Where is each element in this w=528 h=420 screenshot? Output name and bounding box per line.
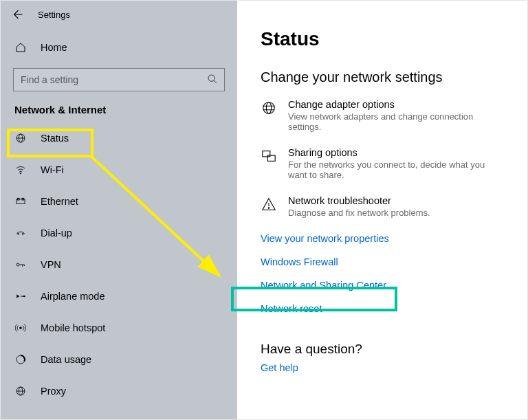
home-nav[interactable]: Home bbox=[1, 34, 237, 61]
option-desc: For the networks you connect to, decide … bbox=[288, 159, 504, 180]
page-title: Status bbox=[261, 28, 504, 50]
nav-label: VPN bbox=[41, 259, 61, 270]
svg-point-8 bbox=[22, 233, 23, 234]
home-label: Home bbox=[41, 42, 67, 53]
option-desc: Diagnose and fix network problems. bbox=[288, 208, 430, 218]
search-container bbox=[1, 68, 237, 91]
svg-rect-17 bbox=[267, 155, 275, 161]
nav-label: Data usage bbox=[41, 354, 91, 365]
nav-label: Proxy bbox=[41, 386, 66, 397]
nav-item-ethernet[interactable]: Ethernet bbox=[1, 186, 237, 217]
option-title: Change adapter options bbox=[288, 99, 504, 110]
main-content: Status Change your network settings Chan… bbox=[237, 1, 527, 419]
link-get-help[interactable]: Get help bbox=[261, 362, 298, 373]
nav-item-dialup[interactable]: Dial-up bbox=[1, 217, 237, 249]
option-adapter[interactable]: Change adapter options View network adap… bbox=[261, 99, 504, 132]
link-network-sharing-center[interactable]: Network and Sharing Center bbox=[261, 280, 386, 291]
svg-point-7 bbox=[18, 233, 19, 234]
search-input[interactable] bbox=[13, 68, 225, 91]
ethernet-icon bbox=[14, 196, 27, 207]
svg-point-14 bbox=[263, 102, 275, 114]
nav-label: Ethernet bbox=[41, 196, 78, 207]
option-sharing[interactable]: Sharing options For the networks you con… bbox=[261, 147, 504, 180]
datausage-icon bbox=[14, 354, 27, 365]
option-desc: View network adapters and change connect… bbox=[288, 111, 504, 132]
svg-point-15 bbox=[266, 102, 271, 114]
question-heading: Have a question? bbox=[261, 342, 504, 357]
hotspot-icon bbox=[14, 322, 27, 333]
arrow-left-icon bbox=[11, 8, 23, 21]
svg-rect-16 bbox=[263, 151, 270, 157]
svg-point-10 bbox=[20, 327, 22, 329]
link-windows-firewall[interactable]: Windows Firewall bbox=[261, 256, 338, 267]
nav-item-wifi[interactable]: Wi-Fi bbox=[1, 154, 237, 186]
nav-item-vpn[interactable]: VPN bbox=[1, 249, 237, 280]
option-title: Sharing options bbox=[288, 147, 504, 158]
nav-label: Mobile hotspot bbox=[41, 322, 105, 333]
search-icon bbox=[207, 74, 218, 85]
nav-label: Airplane mode bbox=[41, 291, 105, 302]
nav-item-hotspot[interactable]: Mobile hotspot bbox=[1, 312, 237, 344]
proxy-icon bbox=[14, 386, 27, 397]
airplane-icon bbox=[14, 291, 27, 302]
globe-icon bbox=[261, 100, 277, 117]
home-icon bbox=[14, 42, 27, 53]
svg-point-18 bbox=[268, 208, 269, 208]
nav-list: Status Wi-Fi Ethernet Dial-up bbox=[1, 122, 237, 407]
sharing-icon bbox=[261, 148, 277, 165]
option-troubleshooter[interactable]: Network troubleshooter Diagnose and fix … bbox=[261, 195, 504, 218]
section-header: Network & Internet bbox=[1, 91, 237, 122]
svg-point-3 bbox=[20, 173, 21, 174]
nav-item-airplane[interactable]: Airplane mode bbox=[1, 280, 237, 312]
warning-icon bbox=[261, 197, 277, 213]
nav-label: Status bbox=[41, 133, 69, 144]
link-network-properties[interactable]: View your network properties bbox=[261, 233, 389, 244]
subheading: Change your network settings bbox=[261, 69, 504, 85]
link-network-reset[interactable]: Network reset bbox=[261, 303, 322, 314]
nav-label: Dial-up bbox=[41, 228, 72, 239]
option-title: Network troubleshooter bbox=[288, 195, 430, 206]
dialup-icon bbox=[14, 228, 27, 239]
svg-point-9 bbox=[16, 263, 19, 266]
vpn-icon bbox=[14, 259, 27, 270]
titlebar: Settings bbox=[1, 1, 237, 28]
window-title: Settings bbox=[38, 10, 70, 20]
nav-item-proxy[interactable]: Proxy bbox=[1, 375, 237, 407]
svg-point-0 bbox=[208, 75, 214, 81]
sidebar: Settings Home Network & Internet Status bbox=[1, 1, 237, 419]
back-button[interactable] bbox=[8, 5, 27, 24]
globe-icon bbox=[14, 133, 27, 144]
nav-item-datausage[interactable]: Data usage bbox=[1, 344, 237, 375]
wifi-icon bbox=[14, 164, 27, 175]
nav-label: Wi-Fi bbox=[41, 164, 64, 175]
nav-item-status[interactable]: Status bbox=[1, 122, 237, 154]
